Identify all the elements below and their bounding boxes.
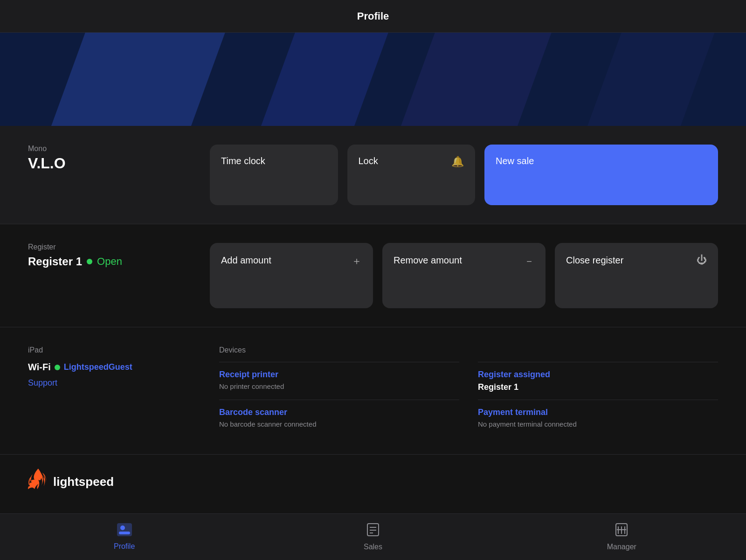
register-assigned-value: Register 1	[478, 382, 718, 392]
barcode-scanner-item: Barcode scanner No barcode scanner conne…	[219, 400, 459, 436]
payment-terminal-item: Payment terminal No payment terminal con…	[478, 400, 718, 436]
register-section: Register Register 1 Open Add amount ＋ Re…	[0, 224, 746, 327]
close-register-label: Close register	[566, 254, 623, 266]
wifi-row: Wi-Fi LightspeedGuest	[28, 362, 191, 373]
logo-text: lightspeed	[53, 475, 114, 489]
minus-icon: －	[524, 254, 534, 268]
svg-point-1	[120, 525, 125, 530]
lock-icon: 🔔	[451, 156, 464, 168]
hero-shape-2	[254, 33, 398, 126]
hero-banner	[0, 33, 746, 126]
sales-nav-label: Sales	[364, 543, 382, 551]
time-clock-label: Time clock	[221, 156, 265, 166]
receipt-printer-item: Receipt printer No printer connected	[219, 362, 459, 400]
ipad-info: iPad Wi-Fi LightspeedGuest Support	[28, 346, 191, 436]
devices-grid: Receipt printer No printer connected Reg…	[219, 362, 718, 436]
hero-shape-1	[44, 33, 235, 126]
nav-item-profile[interactable]: Profile	[78, 523, 171, 551]
devices-section: iPad Wi-Fi LightspeedGuest Support Devic…	[0, 327, 746, 455]
payment-terminal-link[interactable]: Payment terminal	[478, 408, 718, 417]
user-info: Mono V.L.O	[28, 145, 191, 172]
register-status-row: Register 1 Open	[28, 255, 191, 268]
status-dot-icon	[87, 259, 92, 264]
add-amount-button[interactable]: Add amount ＋	[210, 243, 373, 308]
plus-icon: ＋	[352, 254, 362, 268]
nav-item-manager[interactable]: Manager	[575, 523, 668, 551]
nav-item-sales[interactable]: Sales	[326, 523, 420, 551]
manager-nav-icon	[615, 523, 628, 540]
new-sale-button[interactable]: New sale	[484, 145, 718, 205]
time-clock-button[interactable]: Time clock	[210, 145, 338, 205]
add-amount-label: Add amount	[221, 254, 271, 266]
receipt-printer-status: No printer connected	[219, 382, 459, 390]
user-section: Mono V.L.O Time clock Lock 🔔 New sale	[0, 126, 746, 224]
svg-rect-2	[119, 532, 130, 534]
register-assigned-link[interactable]: Register assigned	[478, 370, 718, 380]
remove-amount-button[interactable]: Remove amount －	[382, 243, 546, 308]
sales-nav-icon	[366, 523, 380, 540]
receipt-printer-link[interactable]: Receipt printer	[219, 370, 459, 380]
power-icon: ⏻	[697, 254, 707, 266]
close-register-button[interactable]: Close register ⏻	[555, 243, 718, 308]
manager-nav-label: Manager	[607, 543, 636, 551]
lock-button[interactable]: Lock 🔔	[347, 145, 476, 205]
register-buttons: Add amount ＋ Remove amount － Close regis…	[210, 243, 718, 308]
ipad-label: iPad	[28, 346, 191, 354]
new-sale-label: New sale	[496, 156, 534, 166]
profile-nav-icon	[117, 523, 132, 539]
hero-shape-3	[394, 33, 561, 126]
register-label: Register	[28, 243, 191, 251]
register-open-status: Open	[97, 256, 122, 268]
devices-container: Devices Receipt printer No printer conne…	[219, 346, 718, 436]
wifi-network-name: LightspeedGuest	[64, 362, 132, 372]
top-bar: Profile	[0, 0, 746, 33]
bottom-nav: Profile Sales Manager	[0, 513, 746, 560]
user-action-buttons: Time clock Lock 🔔 New sale	[210, 145, 718, 205]
lock-label: Lock	[359, 156, 378, 166]
devices-label: Devices	[219, 346, 718, 354]
mono-label: Mono	[28, 145, 191, 153]
register-assigned-item: Register assigned Register 1	[478, 362, 718, 400]
support-link[interactable]: Support	[28, 378, 191, 388]
wifi-dot-icon	[55, 365, 60, 370]
logo-section: lightspeed	[0, 455, 746, 514]
remove-amount-label: Remove amount	[394, 254, 462, 266]
barcode-scanner-link[interactable]: Barcode scanner	[219, 408, 459, 417]
lightspeed-flame-icon	[28, 469, 47, 495]
barcode-scanner-status: No barcode scanner connected	[219, 420, 459, 428]
user-name: V.L.O	[28, 155, 191, 172]
profile-nav-label: Profile	[114, 542, 135, 551]
top-bar-title: Profile	[357, 10, 389, 22]
payment-terminal-status: No payment terminal connected	[478, 420, 718, 428]
register-name: Register 1	[28, 255, 82, 268]
wifi-label: Wi-Fi	[28, 362, 51, 373]
register-info: Register Register 1 Open	[28, 243, 191, 268]
hero-shape-4	[580, 33, 725, 126]
